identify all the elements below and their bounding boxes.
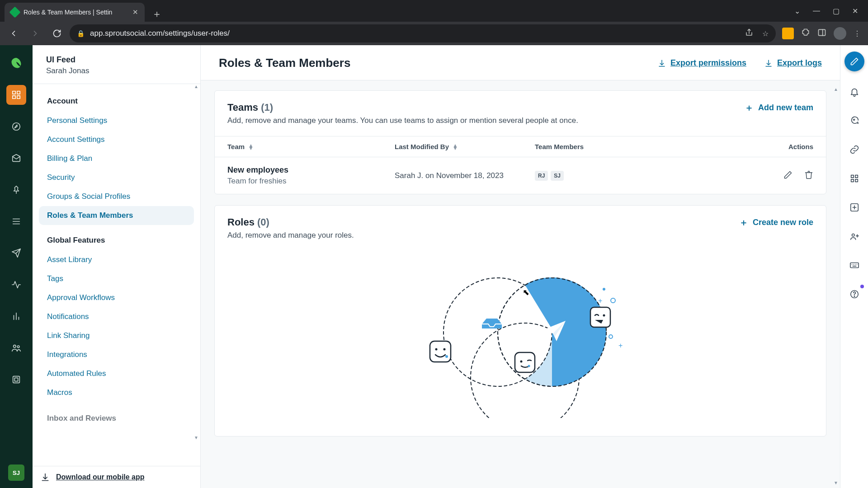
team-row[interactable]: New employees Team for freshies Sarah J.… [215, 157, 826, 194]
content-scroll[interactable]: Teams (1) Add, remove and manage your te… [201, 80, 840, 488]
tabs-dropdown-icon[interactable]: ⌄ [794, 7, 800, 15]
members-cell: RJ SJ [535, 171, 702, 181]
rail-library-icon[interactable] [6, 370, 26, 389]
teams-title: Teams (1) [227, 102, 578, 113]
add-panel-icon[interactable] [846, 199, 863, 216]
sidebar-item-groups[interactable]: Groups & Social Profiles [39, 187, 194, 206]
compose-fab[interactable] [844, 52, 864, 71]
add-team-button[interactable]: ＋ Add new team [745, 102, 813, 114]
minimize-icon[interactable]: ― [813, 7, 820, 15]
sidepanel-icon[interactable] [817, 28, 826, 39]
rail-user-badge[interactable]: SJ [8, 465, 24, 481]
apps-grid-icon[interactable] [846, 170, 863, 187]
url-text: app.sproutsocial.com/settings/user-roles… [90, 29, 230, 38]
back-button[interactable] [5, 24, 23, 42]
member-chip[interactable]: SJ [551, 171, 564, 181]
svg-rect-19 [14, 378, 18, 381]
svg-point-48 [852, 234, 854, 237]
address-bar[interactable]: 🔒 app.sproutsocial.com/settings/user-rol… [70, 24, 776, 42]
plus-icon: ＋ [739, 216, 748, 229]
kebab-menu-icon[interactable]: ⋮ [854, 29, 861, 38]
add-people-icon[interactable] [846, 228, 863, 245]
extension-badge[interactable] [782, 28, 794, 39]
close-window-icon[interactable]: ✕ [852, 7, 858, 15]
edit-team-button[interactable] [783, 170, 793, 181]
col-modified[interactable]: Last Modified By ▲▼ [395, 143, 535, 150]
export-logs-link[interactable]: Export logs [764, 58, 822, 68]
link-icon[interactable] [846, 141, 863, 158]
delete-team-button[interactable] [804, 170, 813, 181]
tab-bar: Roles & Team Members | Settin ✕ ＋ ⌄ ― ▢ … [0, 0, 868, 22]
svg-point-17 [17, 346, 19, 348]
rail-compass-icon[interactable] [6, 117, 26, 136]
sidebar-item-tags[interactable]: Tags [39, 269, 194, 288]
close-tab-icon[interactable]: ✕ [132, 8, 138, 16]
teams-table-head: Team ▲▼ Last Modified By ▲▼ Team Members… [215, 136, 826, 157]
forward-button[interactable] [26, 24, 44, 42]
bookmark-star-icon[interactable]: ☆ [762, 29, 769, 38]
rail-feed-icon[interactable] [6, 211, 26, 231]
sidebar-item-approval[interactable]: Approval Workflows [39, 288, 194, 307]
browser-tab[interactable]: Roles & Team Members | Settin ✕ [5, 3, 145, 22]
rail-reports-icon[interactable] [6, 306, 26, 326]
rail-inbox-icon[interactable] [6, 148, 26, 168]
create-role-button[interactable]: ＋ Create new role [739, 216, 813, 229]
sidebar-item-security[interactable]: Security [39, 168, 194, 187]
keyboard-icon[interactable] [846, 257, 863, 274]
export-permissions-link[interactable]: Export permissions [658, 58, 746, 68]
profile-avatar[interactable] [834, 27, 846, 40]
scrollbar-up-icon[interactable]: ▲ [193, 84, 199, 90]
sidebar-item-billing[interactable]: Billing & Plan [39, 149, 194, 168]
scroll-down-icon[interactable]: ▼ [834, 480, 838, 485]
download-mobile-link[interactable]: Download our mobile app [56, 473, 145, 481]
sidebar-item-integrations[interactable]: Integrations [39, 345, 194, 364]
sidebar-scroll[interactable]: ▲ Account Personal Settings Account Sett… [33, 84, 200, 466]
section-account-title: Account [39, 94, 194, 111]
col-team[interactable]: Team ▲▼ [227, 143, 395, 150]
col-actions-label: Actions [788, 143, 813, 150]
tab-title: Roles & Team Members | Settin [24, 9, 128, 16]
svg-rect-18 [13, 376, 20, 383]
teams-card-header: Teams (1) Add, remove and manage your te… [215, 91, 826, 136]
create-role-label: Create new role [753, 218, 813, 227]
rail-dashboard-icon[interactable] [6, 85, 26, 105]
reply-icon[interactable] [846, 112, 863, 129]
new-tab-button[interactable]: ＋ [149, 6, 165, 22]
scrollbar-down-icon[interactable]: ▼ [193, 435, 199, 441]
member-chip[interactable]: RJ [535, 171, 548, 181]
svg-marker-8 [14, 125, 17, 128]
sidebar-item-macros[interactable]: Macros [39, 383, 194, 402]
roles-empty-illustration: + + [215, 251, 826, 436]
sidebar-item-roles[interactable]: Roles & Team Members [39, 206, 194, 225]
sidebar-item-account-settings[interactable]: Account Settings [39, 130, 194, 149]
maximize-icon[interactable]: ▢ [833, 7, 840, 15]
org-name: UI Feed [46, 55, 187, 65]
roles-count: (0) [257, 216, 269, 228]
reload-button[interactable] [48, 24, 66, 42]
share-icon[interactable] [745, 28, 753, 38]
sidebar-item-asset-library[interactable]: Asset Library [39, 250, 194, 269]
sprout-logo[interactable] [6, 53, 26, 73]
sidebar-item-automated-rules[interactable]: Automated Rules [39, 364, 194, 383]
svg-point-58 [854, 296, 854, 296]
sidebar-item-link-sharing[interactable]: Link Sharing [39, 326, 194, 345]
rail-people-icon[interactable] [6, 338, 26, 358]
sidebar-item-personal-settings[interactable]: Personal Settings [39, 111, 194, 130]
sidebar-item-notifications[interactable]: Notifications [39, 307, 194, 326]
notifications-icon[interactable] [846, 83, 863, 100]
teams-subtitle: Add, remove and manage your teams. You c… [227, 116, 578, 125]
svg-point-7 [13, 123, 20, 131]
rail-send-icon[interactable] [6, 243, 26, 263]
lock-icon: 🔒 [77, 30, 85, 37]
extensions-icon[interactable] [801, 28, 810, 39]
team-desc: Team for freshies [227, 177, 288, 186]
scroll-up-icon[interactable]: ▲ [834, 87, 838, 92]
rail-pin-icon[interactable] [6, 180, 26, 200]
window-controls: ⌄ ― ▢ ✕ [794, 0, 868, 22]
svg-rect-6 [17, 96, 20, 99]
page-header: Roles & Team Members Export permissions … [201, 45, 840, 80]
download-icon [764, 59, 773, 67]
help-icon[interactable] [846, 286, 863, 303]
rail-pulse-icon[interactable] [6, 275, 26, 295]
left-nav-rail: SJ [0, 45, 33, 488]
